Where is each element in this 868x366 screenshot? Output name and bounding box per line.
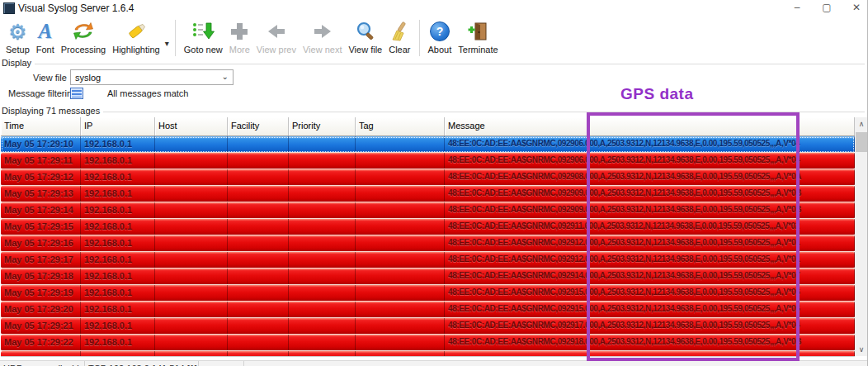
cell-facility <box>228 285 289 301</box>
cell-facility <box>228 318 289 334</box>
cell-tag <box>356 219 445 235</box>
cell-host <box>155 153 228 169</box>
toolbar-button-label: Goto new <box>184 45 223 55</box>
table-row[interactable]: May 05 17:29:19192.168.0.148:EE:0C:AD:EE… <box>1 285 855 302</box>
cell-tag <box>356 285 445 301</box>
cell-time: May 05 17:29:13 <box>1 186 81 202</box>
goto-new-button[interactable]: Goto new <box>182 18 225 58</box>
syslog-table: Time IP Host Facility Priority Tag Messa… <box>1 117 855 357</box>
table-row[interactable]: May 05 17:29:21192.168.0.148:EE:0C:AD:EE… <box>1 318 855 335</box>
cell-tag <box>356 186 445 202</box>
cell-ip: 192.168.0.1 <box>81 186 155 202</box>
cell-facility <box>228 302 289 317</box>
table-row[interactable]: May 05 17:29:13192.168.0.148:EE:0C:AD:EE… <box>1 186 855 202</box>
cell-time: May 05 17:29:17 <box>1 252 81 268</box>
toolbar-button-label: Setup <box>6 45 30 55</box>
tcp-status: TCP 192.168.0.141:514 [1] <box>85 361 199 366</box>
highlighting-dropdown-caret-icon[interactable]: ▾ <box>165 39 169 48</box>
chevron-down-icon: ⌄ <box>222 72 229 81</box>
table-row[interactable]: May 05 17:29:17192.168.0.148:EE:0C:AD:EE… <box>1 252 855 269</box>
cell-ip: 192.168.0.1 <box>81 235 155 251</box>
font-button[interactable]: A Font <box>34 18 57 58</box>
column-header-priority[interactable]: Priority <box>289 117 356 135</box>
cell-priority <box>289 318 356 334</box>
cell-ip: 192.168.0.1 <box>81 153 155 169</box>
close-button[interactable]: ✕ <box>851 0 862 16</box>
filter-icon[interactable] <box>70 88 83 99</box>
highlighting-button[interactable]: Highlighting <box>110 18 162 58</box>
table-row[interactable]: May 05 17:29:15192.168.0.148:EE:0C:AD:EE… <box>1 219 855 235</box>
more-button: More <box>227 18 252 58</box>
cell-host <box>155 235 228 251</box>
table-rows: May 05 17:29:10192.168.0.148:EE:0C:AD:EE… <box>1 136 855 351</box>
arrow-left-icon <box>266 19 287 44</box>
table-row[interactable]: May 05 17:29:16192.168.0.148:EE:0C:AD:EE… <box>1 235 855 252</box>
table-row[interactable]: May 05 17:29:10192.168.0.148:EE:0C:AD:EE… <box>1 136 855 153</box>
view-file-dropdown[interactable]: syslog ⌄ <box>70 69 234 85</box>
toolbar-button-label: About <box>428 45 452 55</box>
view-file-button[interactable]: View file <box>346 18 384 58</box>
cell-time: May 05 17:29:11 <box>1 153 81 169</box>
vertical-scrollbar[interactable]: ∧ ∨ <box>855 117 868 356</box>
cell-ip: 192.168.0.1 <box>81 302 155 317</box>
cell-message: 48:EE:0C:AD:EE:AA$GNRMC,092918.000,A,250… <box>445 335 855 350</box>
view-file-label: View file <box>33 73 67 83</box>
udp-status: UDP: server disabled <box>0 361 85 366</box>
setup-button[interactable]: ⚙ Setup <box>3 18 32 58</box>
processing-button[interactable]: Processing <box>59 18 108 58</box>
column-header-message[interactable]: Message <box>445 117 855 135</box>
toolbar-separator <box>419 20 420 56</box>
cell-priority <box>289 302 356 317</box>
cell-priority <box>289 153 356 169</box>
cell-host <box>155 202 228 218</box>
window-title: Visual Syslog Server 1.6.4 <box>18 2 134 14</box>
question-mark-icon: ? <box>430 21 450 41</box>
cell-facility <box>228 335 289 350</box>
scrollbar-thumb[interactable] <box>856 132 867 152</box>
column-header-tag[interactable]: Tag <box>356 117 445 135</box>
cell-facility <box>228 202 289 218</box>
scroll-down-icon[interactable]: ∨ <box>855 343 868 356</box>
cell-time: May 05 17:29:22 <box>1 335 81 350</box>
cell-ip: 192.168.0.1 <box>81 269 155 284</box>
about-button[interactable]: ? About <box>426 18 455 58</box>
magnifier-icon <box>355 19 376 44</box>
table-row[interactable]: May 05 17:29:11192.168.0.148:EE:0C:AD:EE… <box>1 153 855 169</box>
table-row[interactable]: May 05 17:29:12192.168.0.148:EE:0C:AD:EE… <box>1 169 855 186</box>
cell-message: 48:EE:0C:AD:EE:AA$GNRMC,092909.000,A,250… <box>445 202 855 218</box>
cell-ip: 192.168.0.1 <box>81 136 155 152</box>
toolbar-button-label: More <box>229 45 250 55</box>
cell-time: May 05 17:29:14 <box>1 202 81 218</box>
messages-group-border <box>2 112 865 112</box>
cell-priority <box>289 186 356 202</box>
cell-priority <box>289 252 356 268</box>
goto-new-icon <box>191 19 215 44</box>
toolbar-button-label: View file <box>348 45 382 55</box>
cell-ip: 192.168.0.1 <box>81 318 155 334</box>
column-header-time[interactable]: Time <box>1 117 81 135</box>
table-row[interactable]: May 05 17:29:22192.168.0.148:EE:0C:AD:EE… <box>1 335 855 351</box>
cell-ip: 192.168.0.1 <box>81 285 155 301</box>
table-row[interactable]: May 05 17:29:14192.168.0.148:EE:0C:AD:EE… <box>1 202 855 219</box>
cell-time: May 05 17:29:18 <box>1 269 81 284</box>
scroll-up-icon[interactable]: ∧ <box>855 117 868 131</box>
cell-message: 48:EE:0C:AD:EE:AA$GNRMC,092917.000,A,250… <box>445 318 855 334</box>
terminate-button[interactable]: Terminate <box>455 18 500 58</box>
table-row[interactable]: May 05 17:29:18192.168.0.148:EE:0C:AD:EE… <box>1 269 855 285</box>
cell-host <box>155 285 228 301</box>
column-header-host[interactable]: Host <box>155 117 228 135</box>
cell-priority <box>289 219 356 235</box>
cell-tag <box>356 202 445 218</box>
column-header-facility[interactable]: Facility <box>228 117 289 135</box>
table-header: Time IP Host Facility Priority Tag Messa… <box>1 117 855 136</box>
minimize-button[interactable]: – <box>791 0 803 16</box>
clear-button[interactable]: Clear <box>386 18 413 58</box>
table-row[interactable]: May 05 17:29:20192.168.0.148:EE:0C:AD:EE… <box>1 302 855 318</box>
cell-time: May 05 17:29:21 <box>1 318 81 334</box>
cell-host <box>155 169 228 185</box>
toolbar-button-label: View prev <box>257 45 296 55</box>
maximize-button[interactable]: ▢ <box>821 0 833 16</box>
cell-facility <box>228 136 289 152</box>
column-header-ip[interactable]: IP <box>81 117 155 135</box>
cell-time: May 05 17:29:12 <box>1 169 81 185</box>
